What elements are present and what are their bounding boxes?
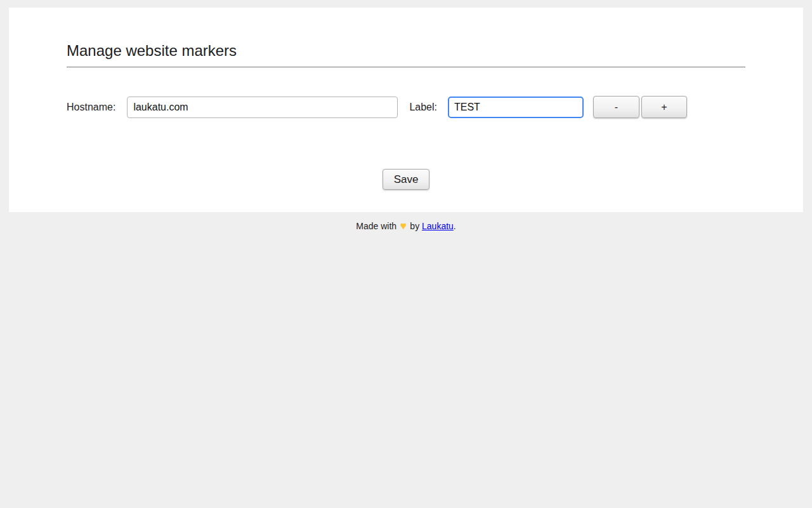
page-title: Manage website markers (67, 42, 745, 60)
hostname-label: Hostname: (67, 102, 115, 113)
footer-period: . (454, 221, 456, 231)
add-marker-button[interactable]: + (641, 96, 687, 118)
by-text: by (410, 221, 419, 231)
save-row: Save (67, 169, 745, 190)
footer-credit: Made with ♥ by Laukatu. (0, 220, 812, 232)
title-divider (67, 67, 745, 68)
yellow-heart-icon: ♥ (399, 220, 408, 231)
options-card: Manage website markers Hostname: Label: … (9, 8, 803, 212)
remove-marker-button[interactable]: - (593, 96, 639, 118)
hostname-input[interactable] (127, 97, 398, 118)
label-input[interactable] (448, 97, 584, 118)
options-content: Manage website markers Hostname: Label: … (67, 8, 745, 190)
marker-form-row: Hostname: Label: - + (67, 96, 745, 118)
laukatu-link[interactable]: Laukatu (422, 221, 454, 231)
save-button[interactable]: Save (383, 169, 429, 190)
made-with-text: Made with (356, 221, 396, 231)
label-label: Label: (409, 102, 437, 113)
